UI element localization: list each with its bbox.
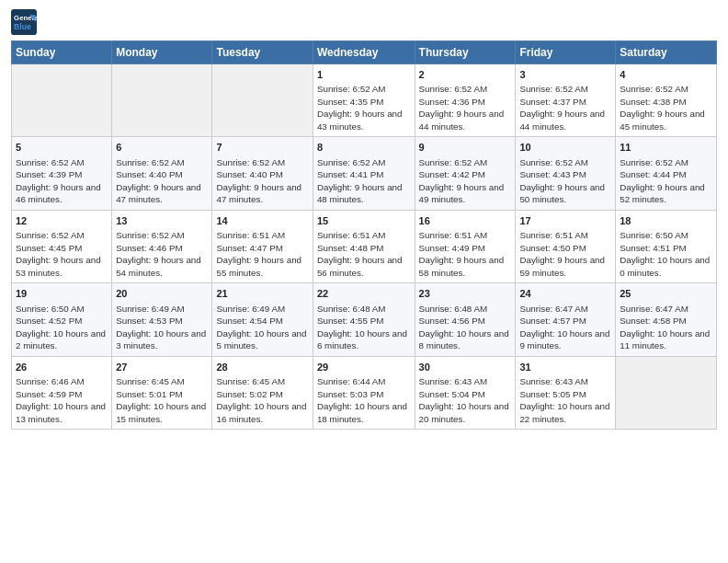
calendar-cell: 31Sunrise: 6:43 AMSunset: 5:05 PMDayligh… <box>516 356 616 429</box>
day-number: 24 <box>519 287 611 301</box>
calendar-cell: 24Sunrise: 6:47 AMSunset: 4:57 PMDayligh… <box>516 283 616 356</box>
calendar-cell: 16Sunrise: 6:51 AMSunset: 4:49 PMDayligh… <box>415 210 516 282</box>
calendar-cell: 22Sunrise: 6:48 AMSunset: 4:55 PMDayligh… <box>313 283 415 356</box>
day-info: Sunrise: 6:48 AMSunset: 4:56 PMDaylight:… <box>419 303 512 352</box>
day-info: Sunrise: 6:49 AMSunset: 4:54 PMDaylight:… <box>216 303 308 352</box>
day-number: 21 <box>216 287 308 301</box>
day-number: 7 <box>216 141 308 155</box>
header-saturday: Saturday <box>616 41 717 64</box>
header-sunday: Sunday <box>12 41 112 64</box>
header-monday: Monday <box>112 41 212 64</box>
day-info: Sunrise: 6:52 AMSunset: 4:36 PMDaylight:… <box>419 83 512 132</box>
calendar-cell: 8Sunrise: 6:52 AMSunset: 4:41 PMDaylight… <box>313 137 415 210</box>
day-number: 11 <box>620 141 712 155</box>
day-info: Sunrise: 6:44 AMSunset: 5:03 PMDaylight:… <box>317 375 411 425</box>
day-number: 19 <box>16 287 108 301</box>
calendar-cell: 17Sunrise: 6:51 AMSunset: 4:50 PMDayligh… <box>516 210 616 282</box>
calendar-cell: 4Sunrise: 6:52 AMSunset: 4:38 PMDaylight… <box>616 64 717 137</box>
calendar-cell: 30Sunrise: 6:43 AMSunset: 5:04 PMDayligh… <box>415 356 516 429</box>
calendar-cell: 2Sunrise: 6:52 AMSunset: 4:36 PMDaylight… <box>415 64 516 137</box>
day-info: Sunrise: 6:52 AMSunset: 4:44 PMDaylight:… <box>620 156 712 206</box>
day-number: 29 <box>317 361 411 374</box>
day-number: 4 <box>620 68 712 82</box>
day-number: 3 <box>519 68 611 82</box>
calendar-cell: 6Sunrise: 6:52 AMSunset: 4:40 PMDaylight… <box>112 137 212 210</box>
day-number: 15 <box>317 214 411 228</box>
day-info: Sunrise: 6:52 AMSunset: 4:43 PMDaylight:… <box>519 156 611 206</box>
header-wednesday: Wednesday <box>313 41 415 64</box>
calendar-cell <box>616 356 717 429</box>
day-number: 26 <box>16 361 108 374</box>
calendar-week-1: 1Sunrise: 6:52 AMSunset: 4:35 PMDaylight… <box>12 64 717 137</box>
day-number: 20 <box>116 287 208 301</box>
calendar-cell: 19Sunrise: 6:50 AMSunset: 4:52 PMDayligh… <box>12 283 112 356</box>
header-row: General Blue <box>11 9 717 35</box>
calendar-week-5: 26Sunrise: 6:46 AMSunset: 4:59 PMDayligh… <box>12 356 717 429</box>
day-number: 18 <box>620 214 712 228</box>
calendar-table: SundayMondayTuesdayWednesdayThursdayFrid… <box>11 40 717 430</box>
day-number: 5 <box>16 141 108 155</box>
day-number: 16 <box>419 214 512 228</box>
day-info: Sunrise: 6:46 AMSunset: 4:59 PMDaylight:… <box>16 375 108 425</box>
header-thursday: Thursday <box>415 41 516 64</box>
calendar-week-4: 19Sunrise: 6:50 AMSunset: 4:52 PMDayligh… <box>12 283 717 356</box>
calendar-cell: 10Sunrise: 6:52 AMSunset: 4:43 PMDayligh… <box>516 137 616 210</box>
day-info: Sunrise: 6:52 AMSunset: 4:41 PMDaylight:… <box>317 156 411 206</box>
calendar-cell: 11Sunrise: 6:52 AMSunset: 4:44 PMDayligh… <box>616 137 717 210</box>
day-number: 22 <box>317 287 411 301</box>
calendar-cell: 26Sunrise: 6:46 AMSunset: 4:59 PMDayligh… <box>12 356 112 429</box>
day-info: Sunrise: 6:51 AMSunset: 4:48 PMDaylight:… <box>317 229 411 279</box>
day-info: Sunrise: 6:52 AMSunset: 4:38 PMDaylight:… <box>620 83 712 132</box>
day-number: 6 <box>116 141 208 155</box>
day-info: Sunrise: 6:47 AMSunset: 4:58 PMDaylight:… <box>620 303 712 352</box>
day-number: 25 <box>620 287 712 301</box>
day-number: 27 <box>116 361 208 374</box>
day-info: Sunrise: 6:52 AMSunset: 4:42 PMDaylight:… <box>419 156 512 206</box>
logo: General Blue <box>11 9 40 35</box>
day-info: Sunrise: 6:51 AMSunset: 4:50 PMDaylight:… <box>519 229 611 279</box>
calendar-cell: 23Sunrise: 6:48 AMSunset: 4:56 PMDayligh… <box>415 283 516 356</box>
day-info: Sunrise: 6:52 AMSunset: 4:39 PMDaylight:… <box>16 156 108 206</box>
logo-icon: General Blue <box>11 9 37 35</box>
calendar-cell: 20Sunrise: 6:49 AMSunset: 4:53 PMDayligh… <box>112 283 212 356</box>
calendar-cell <box>212 64 313 137</box>
day-info: Sunrise: 6:52 AMSunset: 4:46 PMDaylight:… <box>116 229 208 279</box>
day-info: Sunrise: 6:43 AMSunset: 5:05 PMDaylight:… <box>519 375 611 425</box>
day-info: Sunrise: 6:50 AMSunset: 4:52 PMDaylight:… <box>16 303 108 352</box>
day-number: 28 <box>216 361 308 374</box>
main-container: General Blue SundayMondayTuesdayWednesda… <box>0 0 728 437</box>
day-info: Sunrise: 6:52 AMSunset: 4:40 PMDaylight:… <box>216 156 308 206</box>
calendar-cell: 3Sunrise: 6:52 AMSunset: 4:37 PMDaylight… <box>516 64 616 137</box>
calendar-cell: 25Sunrise: 6:47 AMSunset: 4:58 PMDayligh… <box>616 283 717 356</box>
day-number: 31 <box>519 361 611 374</box>
calendar-week-3: 12Sunrise: 6:52 AMSunset: 4:45 PMDayligh… <box>12 210 717 282</box>
calendar-header-row: SundayMondayTuesdayWednesdayThursdayFrid… <box>12 41 717 64</box>
day-info: Sunrise: 6:52 AMSunset: 4:37 PMDaylight:… <box>519 83 611 132</box>
day-info: Sunrise: 6:47 AMSunset: 4:57 PMDaylight:… <box>519 303 611 352</box>
calendar-cell: 7Sunrise: 6:52 AMSunset: 4:40 PMDaylight… <box>212 137 313 210</box>
calendar-cell: 14Sunrise: 6:51 AMSunset: 4:47 PMDayligh… <box>212 210 313 282</box>
day-info: Sunrise: 6:43 AMSunset: 5:04 PMDaylight:… <box>419 375 512 425</box>
day-number: 23 <box>419 287 512 301</box>
calendar-cell: 9Sunrise: 6:52 AMSunset: 4:42 PMDaylight… <box>415 137 516 210</box>
calendar-cell: 13Sunrise: 6:52 AMSunset: 4:46 PMDayligh… <box>112 210 212 282</box>
calendar-cell: 27Sunrise: 6:45 AMSunset: 5:01 PMDayligh… <box>112 356 212 429</box>
day-number: 14 <box>216 214 308 228</box>
day-number: 9 <box>419 141 512 155</box>
day-info: Sunrise: 6:45 AMSunset: 5:01 PMDaylight:… <box>116 375 208 425</box>
day-info: Sunrise: 6:50 AMSunset: 4:51 PMDaylight:… <box>620 229 712 279</box>
calendar-cell: 5Sunrise: 6:52 AMSunset: 4:39 PMDaylight… <box>12 137 112 210</box>
day-info: Sunrise: 6:52 AMSunset: 4:35 PMDaylight:… <box>317 83 411 132</box>
calendar-cell: 1Sunrise: 6:52 AMSunset: 4:35 PMDaylight… <box>313 64 415 137</box>
svg-text:Blue: Blue <box>14 22 31 31</box>
day-number: 17 <box>519 214 611 228</box>
calendar-week-2: 5Sunrise: 6:52 AMSunset: 4:39 PMDaylight… <box>12 137 717 210</box>
day-number: 13 <box>116 214 208 228</box>
day-number: 1 <box>317 68 411 82</box>
day-info: Sunrise: 6:52 AMSunset: 4:40 PMDaylight:… <box>116 156 208 206</box>
day-number: 12 <box>16 214 108 228</box>
header-friday: Friday <box>516 41 616 64</box>
calendar-cell <box>12 64 112 137</box>
day-info: Sunrise: 6:49 AMSunset: 4:53 PMDaylight:… <box>116 303 208 352</box>
calendar-cell: 28Sunrise: 6:45 AMSunset: 5:02 PMDayligh… <box>212 356 313 429</box>
